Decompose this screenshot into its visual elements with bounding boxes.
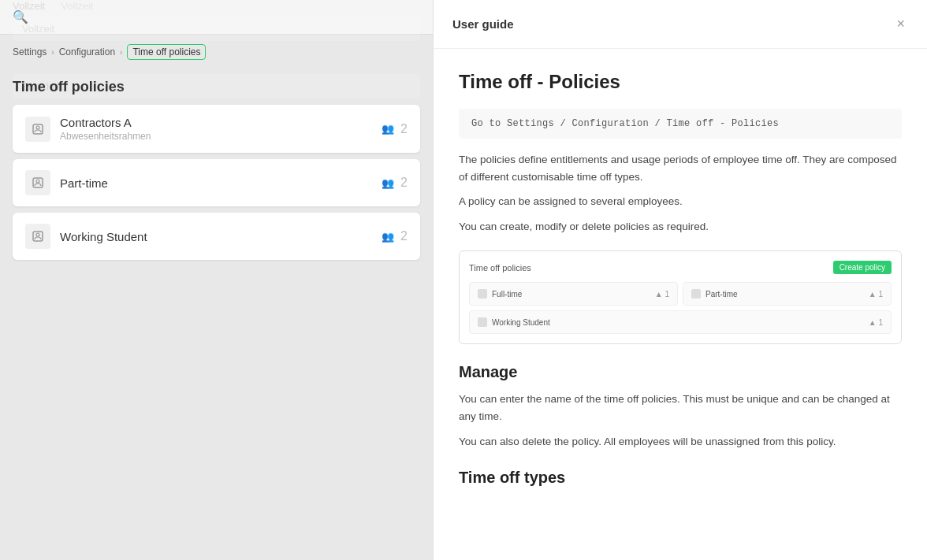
policy-name-parttime: Part-time xyxy=(60,176,108,190)
policy-right-pt: 👥 2 xyxy=(382,176,408,190)
search-bar[interactable]: 🔍 xyxy=(0,0,433,35)
guide-heading: Time off - Policies xyxy=(459,71,902,93)
policy-right-contractors: 👥 2 xyxy=(382,122,408,136)
preview-card-count-pt: ▲ 1 xyxy=(869,290,883,299)
breadcrumb-settings[interactable]: Settings xyxy=(13,46,47,57)
screenshot-preview: Time off policies Create policy Full-tim… xyxy=(459,250,902,344)
guide-para-2: A policy can be assigned to several empl… xyxy=(459,193,902,210)
guide-title: User guide xyxy=(452,17,514,31)
guide-types-heading: Time off types xyxy=(459,469,902,487)
close-button[interactable]: × xyxy=(893,13,908,35)
user-count: 2 xyxy=(400,122,408,136)
policy-card-left-ws: Working Student xyxy=(25,224,147,249)
guide-manage-para-2: You can also delete the policy. All empl… xyxy=(459,433,902,451)
breadcrumb-current: Time off policies xyxy=(127,44,206,60)
breadcrumb-sep-1: › xyxy=(51,48,54,57)
preview-header-title: Time off policies xyxy=(469,263,531,273)
preview-card-icon-ft xyxy=(478,289,487,299)
policy-card-contractors[interactable]: Contractors A Abwesenheitsrahmen 👥 2 xyxy=(13,105,420,153)
policy-name-ws: Working Student xyxy=(60,230,147,243)
preview-card-name-fulltime: Full-time xyxy=(478,289,522,299)
policy-card-left: Contractors A Abwesenheitsrahmen xyxy=(25,116,151,142)
policy-icon-parttime xyxy=(25,170,50,195)
user-count-icon-ws: 👥 xyxy=(382,231,394,243)
policy-card-working-student[interactable]: Working Student 👥 2 xyxy=(13,213,420,260)
svg-point-1 xyxy=(36,126,39,129)
user-count-pt: 2 xyxy=(400,176,408,190)
preview-card-icon-pt xyxy=(691,289,701,299)
search-icon: 🔍 xyxy=(13,9,28,24)
preview-create-button[interactable]: Create policy xyxy=(833,261,892,274)
guide-manage-heading: Manage xyxy=(459,363,902,381)
preview-card-name-pt: Part-time xyxy=(691,289,738,299)
svg-point-3 xyxy=(36,180,39,183)
preview-card-working-student: Working Student ▲ 1 xyxy=(469,310,892,334)
preview-card-icon-ws xyxy=(478,317,487,327)
breadcrumb: Settings › Configuration › Time off poli… xyxy=(0,35,433,66)
preview-grid: Full-time ▲ 1 Part-time ▲ 1 Working Stud… xyxy=(469,282,892,334)
preview-header: Time off policies Create policy xyxy=(469,261,892,274)
preview-card-name-ws: Working Student xyxy=(478,317,550,327)
preview-card-fulltime: Full-time ▲ 1 xyxy=(469,282,678,306)
guide-body[interactable]: Time off - Policies Go to Settings / Con… xyxy=(434,49,927,560)
section-title: Time off policies xyxy=(13,66,420,105)
guide-para-3: You can create, modify or delete policie… xyxy=(459,218,902,235)
breadcrumb-configuration[interactable]: Configuration xyxy=(59,46,115,57)
policy-card-parttime[interactable]: Part-time 👥 2 xyxy=(13,159,420,206)
breadcrumb-sep-2: › xyxy=(120,48,122,57)
svg-point-5 xyxy=(36,233,39,236)
preview-card-parttime: Part-time ▲ 1 xyxy=(683,282,892,306)
policy-card-left-pt: Part-time xyxy=(25,170,108,195)
guide-code-block: Go to Settings / Configuration / Time of… xyxy=(459,109,902,139)
user-guide-panel: User guide × Time off - Policies Go to S… xyxy=(433,0,927,560)
policy-icon-working-student xyxy=(25,224,50,249)
guide-para-1: The policies define entitlements and usa… xyxy=(459,151,902,185)
preview-card-count-ft: ▲ 1 xyxy=(655,290,669,299)
guide-header: User guide × xyxy=(434,0,927,49)
guide-manage-para-1: You can enter the name of the time off p… xyxy=(459,391,902,425)
policy-right-ws: 👥 2 xyxy=(382,229,408,243)
main-content: Time off policies Contractors A Abwesenh… xyxy=(0,66,433,260)
policy-icon-contractors xyxy=(25,117,50,142)
user-count-icon-pt: 👥 xyxy=(382,177,394,189)
left-panel: 🔍 Settings › Configuration › Time off po… xyxy=(0,0,433,560)
user-count-ws: 2 xyxy=(400,229,408,243)
policy-name-contractors: Contractors A Abwesenheitsrahmen xyxy=(60,116,151,142)
user-count-icon: 👥 xyxy=(382,123,394,135)
preview-card-count-ws: ▲ 1 xyxy=(869,318,883,327)
